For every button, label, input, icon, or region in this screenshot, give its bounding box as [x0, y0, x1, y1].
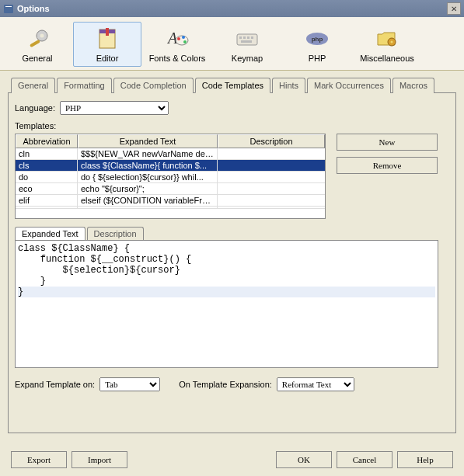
tab-formatting[interactable]: Formatting	[57, 78, 112, 93]
subtab-description[interactable]: Description	[87, 227, 144, 240]
svg-point-10	[177, 37, 180, 40]
svg-point-9	[176, 36, 188, 45]
ok-button[interactable]: OK	[276, 451, 332, 468]
svg-point-11	[182, 36, 185, 39]
remove-button[interactable]: Remove	[337, 157, 438, 174]
svg-point-3	[40, 33, 44, 37]
col-abbreviation[interactable]: Abbreviation	[16, 134, 78, 148]
svg-rect-18	[241, 40, 252, 43]
table-header: Abbreviation Expanded Text Description	[16, 134, 325, 148]
close-button[interactable]: ✕	[447, 2, 461, 15]
table-row[interactable]: clsclass ${ClassName}{ function $...	[16, 160, 325, 172]
templates-label: Templates:	[15, 121, 449, 130]
options-tabstrip: General Formatting Code Completion Code …	[8, 77, 456, 93]
svg-point-22	[391, 40, 393, 43]
tab-macros[interactable]: Macros	[392, 78, 434, 93]
toolbar-label: PHP	[309, 54, 326, 63]
toolbar-label: Fonts & Colors	[149, 54, 206, 63]
toolbar-general[interactable]: General	[3, 22, 72, 67]
font-color-icon: A	[165, 26, 190, 51]
svg-rect-4	[30, 39, 40, 47]
code-templates-panel: Language: PHP Templates: Abbreviation Ex…	[8, 93, 456, 433]
expanded-text-editor[interactable]: class ${ClassName} { function ${__constr…	[15, 240, 438, 368]
tab-code-completion[interactable]: Code Completion	[113, 78, 194, 93]
tab-hints[interactable]: Hints	[272, 78, 305, 93]
svg-rect-15	[243, 36, 246, 39]
subtab-expanded-text[interactable]: Expanded Text	[15, 227, 85, 240]
svg-rect-17	[251, 36, 253, 39]
help-button[interactable]: Help	[397, 451, 453, 468]
app-icon	[3, 3, 14, 14]
export-button[interactable]: Export	[11, 451, 67, 468]
php-icon: php	[305, 26, 330, 51]
svg-rect-1	[5, 6, 12, 7]
toolbar-php[interactable]: php PHP	[283, 22, 351, 67]
toolbar-miscellaneous[interactable]: Miscellaneous	[353, 22, 421, 67]
table-row[interactable]: ecoecho "${cursor}";	[16, 183, 325, 195]
language-label: Language:	[15, 103, 55, 113]
svg-rect-16	[247, 36, 249, 39]
on-expansion-label: On Template Expansion:	[179, 380, 272, 389]
toolbar-label: Keymap	[232, 54, 263, 63]
new-button[interactable]: New	[337, 134, 438, 151]
tab-mark-occurrences[interactable]: Mark Occurrences	[307, 78, 391, 93]
svg-rect-13	[237, 34, 257, 45]
gear-wrench-icon	[25, 26, 50, 51]
col-expanded-text[interactable]: Expanded Text	[78, 134, 218, 148]
svg-rect-7	[106, 28, 109, 36]
toolbar-label: Editor	[96, 54, 119, 63]
svg-point-12	[183, 40, 187, 43]
language-select[interactable]: PHP	[60, 101, 169, 115]
cancel-button[interactable]: Cancel	[337, 451, 392, 468]
svg-rect-0	[4, 5, 13, 13]
import-button[interactable]: Import	[72, 451, 127, 468]
expand-on-select[interactable]: Tab	[99, 377, 160, 391]
col-description[interactable]: Description	[218, 134, 325, 148]
toolbar-keymap[interactable]: Keymap	[213, 22, 281, 67]
templates-table[interactable]: Abbreviation Expanded Text Description c…	[15, 134, 326, 219]
titlebar: Options ✕	[0, 0, 464, 17]
notebook-icon	[95, 26, 120, 51]
svg-rect-14	[239, 36, 242, 39]
table-row[interactable]: dodo { ${selection}${cursor}} whil...	[16, 172, 325, 183]
table-row[interactable]: elifelseif (${CONDITION variableFro...	[16, 195, 325, 207]
toolbar-fonts-colors[interactable]: A Fonts & Colors	[143, 22, 211, 67]
toolbar-label: General	[22, 54, 52, 63]
svg-text:php: php	[312, 36, 323, 43]
table-row[interactable]	[16, 207, 325, 209]
toolbar-label: Miscellaneous	[360, 54, 414, 63]
on-expansion-select[interactable]: Reformat Text	[277, 377, 354, 391]
category-toolbar: General Editor A Fonts & Colors Keymap p…	[0, 17, 464, 71]
toolbar-editor[interactable]: Editor	[73, 22, 141, 67]
tab-code-templates[interactable]: Code Templates	[195, 78, 270, 93]
expand-on-label: Expand Template on:	[15, 380, 95, 389]
table-row[interactable]: cln$$${NEW_VAR newVarName defa...	[16, 148, 325, 160]
tab-general[interactable]: General	[11, 78, 55, 93]
folder-gear-icon	[375, 26, 399, 51]
keyboard-icon	[235, 26, 260, 51]
window-title: Options	[17, 4, 447, 13]
detail-tabs: Expanded Text Description	[15, 227, 449, 240]
